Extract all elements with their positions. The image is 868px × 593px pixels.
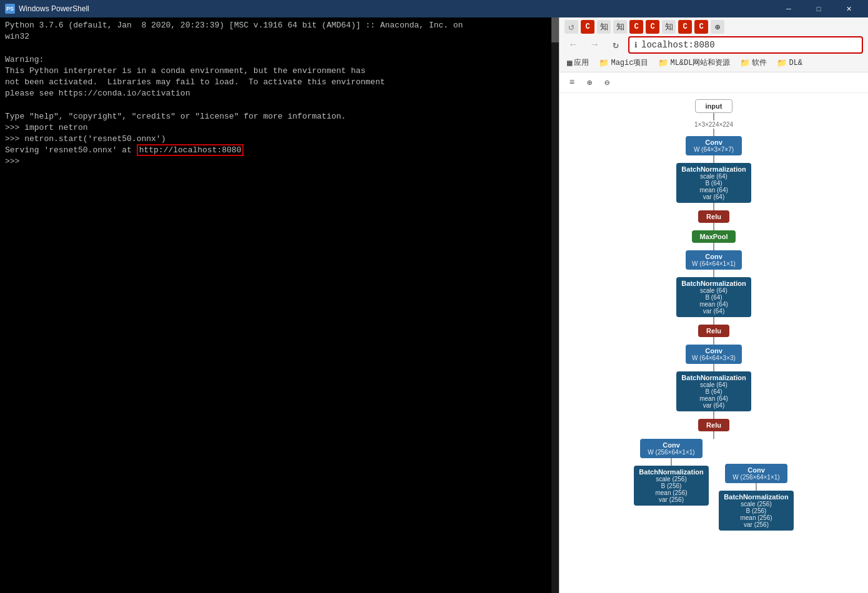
bn-2-mean: mean (64) — [681, 301, 746, 308]
input-node[interactable]: input — [695, 99, 732, 113]
forward-button[interactable]: → — [586, 36, 603, 54]
maxpool-node[interactable]: MaxPool — [692, 230, 736, 243]
browser-content: ≡ ⊕ ⊖ input 1×3×224×224 Conv — [560, 72, 868, 593]
neural-network-diagram: input 1×3×224×224 Conv W (64×3×7×7) Batc… — [634, 99, 794, 587]
conv-node-2[interactable]: Conv W (64×64×1×1) — [686, 250, 742, 270]
bn-3-label: BatchNormalization — [681, 374, 746, 381]
connector-7 — [713, 270, 714, 277]
bn-1-mean: mean (64) — [681, 187, 746, 194]
browser-toolbar: ↺ C 知 知 C C 知 C C ⊕ ← → ↻ ℹ localhost:80… — [560, 17, 868, 72]
window-title: Windows PowerShell — [19, 4, 774, 13]
conv-node-4[interactable]: Conv W (256×64×1×1) — [640, 439, 703, 458]
bn-3-b: B (64) — [681, 388, 746, 395]
bookmark-software[interactable]: 📁 软件 — [737, 56, 769, 69]
maxpool-label: MaxPool — [697, 233, 731, 240]
bn-1-var: var (64) — [681, 194, 746, 200]
terminal-scrollbar[interactable] — [551, 17, 559, 593]
bookmark-magic[interactable]: 📁 Magic项目 — [596, 56, 651, 69]
conv-node-3[interactable]: Conv W (64×64×3×3) — [686, 345, 742, 364]
ext-icon-4[interactable]: C — [629, 20, 643, 34]
conv-node-5[interactable]: Conv W (256×64×1×1) — [725, 464, 787, 483]
folder-ml-icon: 📁 — [658, 58, 668, 68]
apps-icon: ▦ — [567, 57, 572, 68]
conv-2-param: W (64×64×1×1) — [691, 260, 737, 267]
bookmark-ml[interactable]: 📁 ML&DL网站和资源 — [656, 56, 732, 69]
bookmark-apps[interactable]: ▦ 应用 — [565, 56, 591, 69]
refresh-button[interactable]: ↻ — [607, 36, 624, 54]
bn-5-b: B (256) — [724, 507, 789, 514]
address-bar[interactable]: ℹ localhost:8080 — [628, 36, 863, 54]
maximize-button[interactable]: □ — [804, 0, 833, 17]
relu-1-label: Relu — [703, 213, 724, 220]
connector-8 — [713, 317, 714, 325]
bookmark-dl[interactable]: 📁 DL& — [774, 57, 805, 69]
bookmark-software-label: 软件 — [752, 57, 767, 68]
bn-3-var: var (64) — [681, 402, 746, 409]
url-highlight: http://localhost:8080 — [137, 144, 244, 156]
relu-node-1[interactable]: Relu — [698, 210, 729, 223]
list-view-button[interactable]: ≡ — [565, 75, 579, 90]
bn-2-scale: scale (64) — [681, 287, 746, 294]
main-split: Python 3.7.6 (default, Jan 8 2020, 20:23… — [0, 17, 868, 593]
ext-icon-6[interactable]: 知 — [662, 20, 676, 34]
apps-label: 应用 — [574, 57, 589, 68]
scrollbar-thumb[interactable] — [551, 17, 559, 42]
address-info-icon: ℹ — [634, 41, 638, 50]
connector-3 — [713, 155, 714, 163]
diagram-area[interactable]: input 1×3×224×224 Conv W (64×3×7×7) Batc… — [560, 93, 868, 593]
loading-icon: ↺ — [565, 20, 578, 34]
bn-node-4[interactable]: BatchNormalization scale (256) B (256) m… — [634, 466, 709, 506]
conv-1-param: W (64×3×7×7) — [691, 146, 737, 153]
bn-4-label: BatchNormalization — [639, 468, 704, 476]
connector-6 — [713, 243, 714, 250]
bn-1-label: BatchNormalization — [681, 165, 746, 173]
ext-icon-7[interactable]: C — [678, 20, 692, 34]
bn-node-1[interactable]: BatchNormalization scale (64) B (64) mea… — [676, 163, 751, 203]
ext-icon-5[interactable]: C — [646, 20, 659, 34]
conv-node-1[interactable]: Conv W (64×3×7×7) — [686, 136, 742, 155]
conv-4-label: Conv — [645, 441, 698, 449]
branch-container: Conv W (256×64×1×1) BatchNormalization s… — [634, 439, 794, 531]
bookmark-dl-label: DL& — [789, 59, 802, 67]
bn-node-5[interactable]: BatchNormalization scale (256) B (256) m… — [719, 491, 794, 531]
conv-1-label: Conv — [691, 139, 737, 146]
relu-node-3[interactable]: Relu — [698, 419, 729, 431]
bn-5-mean: mean (256) — [724, 514, 789, 521]
input-node-label: input — [701, 102, 727, 110]
ext-icon-1[interactable]: C — [581, 20, 594, 34]
minimize-button[interactable]: ─ — [774, 0, 803, 17]
bn-3-mean: mean (64) — [681, 395, 746, 402]
bn-1-scale: scale (64) — [681, 173, 746, 180]
browser-panel: ↺ C 知 知 C C 知 C C ⊕ ← → ↻ ℹ localhost:80… — [559, 17, 868, 593]
relu-3-label: Relu — [703, 421, 724, 429]
close-button[interactable]: ✕ — [834, 0, 863, 17]
bn-2-var: var (64) — [681, 308, 746, 315]
zoom-out-button[interactable]: ⊖ — [599, 75, 614, 90]
mini-toolbar: ≡ ⊕ ⊖ — [560, 72, 868, 93]
github-icon[interactable]: ⊕ — [711, 20, 724, 34]
bn-5-scale: scale (256) — [724, 501, 789, 507]
connector-14 — [756, 483, 757, 491]
connector-2 — [713, 129, 714, 136]
title-bar: PS Windows PowerShell ─ □ ✕ — [0, 0, 868, 17]
bn-4-scale: scale (256) — [639, 476, 704, 483]
input-dim-label: 1×3×224×224 — [694, 121, 733, 128]
ext-icon-8[interactable]: C — [694, 20, 708, 34]
connector-13 — [671, 458, 672, 466]
ext-icon-3[interactable]: 知 — [613, 20, 627, 34]
bn-1-b: B (64) — [681, 180, 746, 187]
app-icon: PS — [5, 4, 15, 14]
ext-icon-2[interactable]: 知 — [597, 20, 611, 34]
relu-node-2[interactable]: Relu — [698, 325, 729, 337]
bn-node-3[interactable]: BatchNormalization scale (64) B (64) mea… — [676, 371, 751, 411]
bookmark-ml-label: ML&DL网站和资源 — [670, 57, 730, 68]
terminal-panel[interactable]: Python 3.7.6 (default, Jan 8 2020, 20:23… — [0, 17, 559, 593]
folder-magic-icon: 📁 — [599, 58, 609, 68]
bn-5-label: BatchNormalization — [724, 493, 789, 501]
bn-node-2[interactable]: BatchNormalization scale (64) B (64) mea… — [676, 277, 751, 317]
browser-nav-row: ← → ↻ ℹ localhost:8080 — [565, 36, 863, 54]
back-button[interactable]: ← — [565, 36, 582, 54]
conv-3-param: W (64×64×3×3) — [691, 355, 737, 361]
folder-software-icon: 📁 — [740, 58, 750, 68]
zoom-in-button[interactable]: ⊕ — [582, 75, 597, 90]
